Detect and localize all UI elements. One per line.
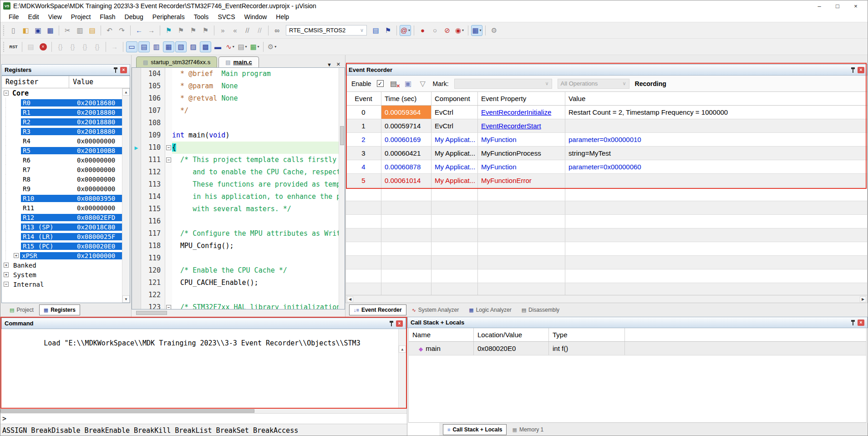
close-button[interactable]: × bbox=[847, 1, 865, 11]
register-row-r12[interactable]: R120x08002EFD bbox=[2, 213, 130, 222]
navigate-back-icon[interactable]: ← bbox=[133, 25, 145, 36]
register-row-r2[interactable]: R20x20018880 bbox=[2, 117, 130, 127]
command-window-icon[interactable]: ▭ bbox=[126, 41, 137, 52]
step-into-icon[interactable]: {} bbox=[55, 41, 66, 52]
editor-vscrollbar[interactable] bbox=[339, 68, 345, 309]
open-file-icon[interactable]: ◧ bbox=[20, 25, 31, 36]
document-tab-startup-stm32f746xx-s[interactable]: ▤startup_stm32f746xx.s bbox=[136, 56, 217, 67]
event-row-5[interactable]: 50.00061014My Applicat...MyFunctionError bbox=[346, 174, 867, 188]
fold-toggle-icon[interactable]: − bbox=[166, 305, 171, 309]
pin-icon[interactable] bbox=[113, 67, 118, 73]
options-for-target-icon[interactable]: ▤ bbox=[370, 25, 381, 36]
event-hscrollbar[interactable]: ◀ ▶ bbox=[345, 295, 868, 303]
tree-expander-icon[interactable]: − bbox=[4, 282, 9, 287]
fold-toggle-icon[interactable]: − bbox=[166, 157, 171, 162]
column-header-event-property[interactable]: Event Property bbox=[478, 92, 565, 105]
undo-icon[interactable]: ↶ bbox=[104, 25, 115, 36]
serial-window-icon[interactable]: ▬ bbox=[212, 41, 223, 52]
clear-events-icon[interactable]: ▤× bbox=[389, 79, 398, 88]
watch-window-icon[interactable]: ▨ bbox=[188, 41, 199, 52]
menu-help[interactable]: Help bbox=[271, 12, 294, 21]
new-file-icon[interactable]: ▯ bbox=[8, 25, 19, 36]
register-row-r15-pc[interactable]: R15 (PC)0x080020E0 bbox=[2, 241, 130, 251]
register-row-r6[interactable]: R60x00000000 bbox=[2, 155, 130, 165]
fold-toggle-icon[interactable]: − bbox=[166, 145, 171, 150]
register-row-r0[interactable]: R00x20018680 bbox=[2, 98, 130, 107]
column-header-value[interactable]: Value bbox=[565, 92, 867, 105]
editor-hscrollbar[interactable] bbox=[132, 309, 345, 317]
analysis-windows-icon[interactable]: ∿▾ bbox=[224, 41, 236, 52]
disassembly-window-icon[interactable]: ▤ bbox=[138, 41, 150, 52]
menu-peripherals[interactable]: Peripherals bbox=[148, 12, 189, 21]
register-row-r11[interactable]: R110x00000000 bbox=[2, 203, 130, 213]
menu-project[interactable]: Project bbox=[66, 12, 96, 21]
paste-icon[interactable]: ▤ bbox=[86, 25, 98, 36]
previous-bookmark-icon[interactable]: ⚑ bbox=[175, 25, 187, 36]
register-row-r10[interactable]: R100x08003950 bbox=[2, 193, 130, 203]
operations-filter-select[interactable]: All Operations ∨ bbox=[558, 79, 629, 89]
comment-selection-icon[interactable]: // bbox=[242, 25, 253, 36]
column-header-event[interactable]: Event bbox=[346, 92, 381, 105]
manage-run-time-environment-icon[interactable]: ⚑ bbox=[382, 25, 394, 36]
register-row-r7[interactable]: R70x00000000 bbox=[2, 165, 130, 174]
command-hscrollbar[interactable] bbox=[0, 409, 407, 414]
tab-system-analyzer[interactable]: ∿System Analyzer bbox=[407, 304, 464, 315]
scroll-up-icon[interactable]: ▲ bbox=[122, 88, 130, 96]
show-next-statement-icon[interactable]: ▤ bbox=[25, 41, 36, 52]
navigate-forward-icon[interactable]: → bbox=[146, 25, 157, 36]
menu-window[interactable]: Window bbox=[240, 12, 272, 21]
memory-window-icon[interactable]: ▩ bbox=[200, 41, 211, 52]
menu-file[interactable]: File bbox=[4, 12, 24, 21]
register-row-r5[interactable]: R50x200100B8 bbox=[2, 146, 130, 155]
location-column-header[interactable]: Location/Value bbox=[474, 328, 549, 341]
event-property-link[interactable]: EventRecorderInitialize bbox=[481, 108, 551, 116]
register-row-banked[interactable]: +Banked bbox=[2, 260, 130, 270]
start-stop-debug-icon[interactable]: @▾ bbox=[400, 25, 411, 36]
close-icon[interactable]: × bbox=[396, 320, 403, 327]
pin-icon[interactable] bbox=[851, 320, 855, 325]
register-row-xpsr[interactable]: +xPSR0x21000000 bbox=[2, 251, 130, 260]
step-out-icon[interactable]: {} bbox=[79, 41, 91, 52]
enable-all-breakpoints-icon[interactable]: ◉▾ bbox=[454, 25, 465, 36]
menu-view[interactable]: View bbox=[44, 12, 66, 21]
register-row-r1[interactable]: R10x20018880 bbox=[2, 107, 130, 117]
event-row-4[interactable]: 40.00060878My Applicat...MyFunctionparam… bbox=[346, 160, 867, 174]
register-column-header[interactable]: Register bbox=[2, 76, 69, 88]
command-log[interactable]: Load "E:\\MDKWorkSpace\\MDK Trainging 20… bbox=[1, 329, 406, 408]
register-row-r14-lr[interactable]: R14 (LR)0x0800025F bbox=[2, 232, 130, 241]
register-row-r4[interactable]: R40x00000000 bbox=[2, 136, 130, 146]
register-row-r3[interactable]: R30x20018880 bbox=[2, 127, 130, 136]
register-row-internal[interactable]: −Internal bbox=[2, 279, 130, 289]
scrollbar-thumb[interactable] bbox=[0, 409, 254, 413]
find-in-files-icon[interactable]: ∞ bbox=[271, 25, 283, 36]
system-viewer-icon[interactable]: ▦▾ bbox=[249, 41, 260, 52]
registers-window-icon[interactable]: ▦ bbox=[163, 41, 174, 52]
tree-expander-icon[interactable]: + bbox=[4, 263, 9, 268]
scroll-down-icon[interactable]: ▼ bbox=[122, 295, 130, 303]
callstack-window-icon[interactable]: ▧ bbox=[175, 41, 187, 52]
menu-edit[interactable]: Edit bbox=[24, 12, 44, 21]
register-row-core[interactable]: −Core bbox=[2, 88, 130, 98]
register-row-r9[interactable]: R90x00000000 bbox=[2, 184, 130, 193]
enable-checkbox[interactable]: ✓ bbox=[377, 80, 384, 87]
registers-scrollbar[interactable]: ▲ ▼ bbox=[122, 88, 130, 303]
tree-expander-icon[interactable]: − bbox=[4, 91, 9, 96]
close-icon[interactable]: × bbox=[120, 67, 127, 73]
save-events-icon[interactable]: ▣ bbox=[404, 79, 413, 88]
scroll-up-icon[interactable]: ▲ bbox=[399, 345, 406, 353]
stop-debug-icon[interactable]: × bbox=[37, 41, 49, 52]
command-vscrollbar[interactable]: ▲ bbox=[398, 329, 406, 408]
minimize-button[interactable]: – bbox=[810, 1, 828, 11]
pin-icon[interactable] bbox=[389, 321, 394, 326]
type-column-header[interactable]: Type bbox=[549, 328, 625, 341]
scroll-left-icon[interactable]: ◀ bbox=[347, 296, 353, 302]
tab-logic-analyzer[interactable]: ▦Logic Analyzer bbox=[464, 304, 516, 315]
scroll-right-icon[interactable]: ▶ bbox=[860, 296, 866, 302]
menu-flash[interactable]: Flash bbox=[95, 12, 120, 21]
code-editor[interactable]: 104 * @brief Main program105 * @param No… bbox=[132, 67, 345, 309]
register-row-r13-sp[interactable]: R13 (SP)0x20018C80 bbox=[2, 222, 130, 232]
toolbar-grip[interactable] bbox=[3, 42, 5, 52]
filter-icon[interactable]: ▽ bbox=[418, 79, 427, 88]
trace-windows-icon[interactable]: ▤▾ bbox=[237, 41, 248, 52]
window-layout-icon[interactable]: ▦▾ bbox=[471, 25, 482, 36]
